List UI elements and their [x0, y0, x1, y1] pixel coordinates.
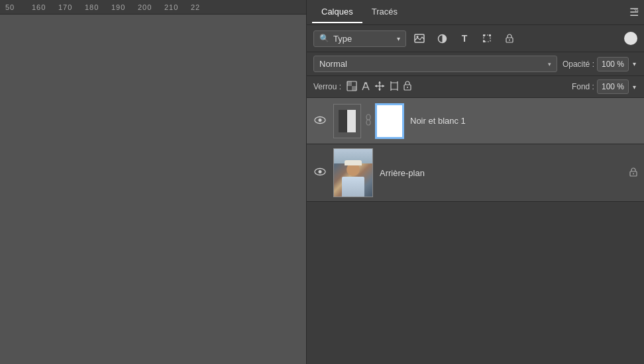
search-icon: 🔍: [319, 34, 329, 43]
photo-thumbnail-arriere-plan: [333, 148, 373, 197]
photo-person: [341, 160, 366, 197]
svg-point-28: [366, 114, 370, 120]
lock-move-icon[interactable]: [374, 81, 385, 93]
svg-rect-5: [489, 34, 491, 36]
layer-thumb-area-noir-blanc: [333, 104, 403, 138]
opacity-label: Opacité :: [563, 60, 594, 69]
adjustment-thumbnail: [333, 104, 361, 138]
layer-name-noir-blanc: Noir et blanc 1: [410, 116, 637, 126]
fond-chevron[interactable]: ▾: [631, 82, 637, 92]
fond-section: Fond : 100 % ▾: [572, 79, 637, 94]
svg-rect-6: [483, 40, 485, 42]
ruler: 50 160 170 180 190 200 210 22: [0, 0, 306, 15]
mask-thumbnail: [376, 104, 403, 138]
lock-label: Verrou :: [313, 82, 341, 91]
svg-rect-11: [352, 86, 356, 91]
filter-circle-icon[interactable]: [433, 29, 451, 48]
ruler-tick-200: 200: [138, 3, 164, 11]
filter-text-icon[interactable]: T: [455, 29, 474, 48]
tab-calques[interactable]: Calques: [312, 1, 362, 23]
ruler-tick-50: 50: [5, 3, 32, 11]
opacity-value[interactable]: 100 %: [597, 57, 629, 71]
chain-link-icon: [365, 114, 372, 128]
svg-marker-16: [378, 89, 381, 91]
lock-paint-icon[interactable]: [361, 81, 370, 93]
panel-tabs: Calques Tracés ☰: [307, 0, 644, 25]
filter-toolbar-row: 🔍 Type ▾ T: [307, 25, 644, 52]
ruler-tick-190: 190: [111, 3, 138, 11]
svg-rect-19: [391, 83, 398, 89]
adj-right-half: [347, 110, 356, 132]
adj-thumb-inner: [339, 110, 356, 132]
blend-mode-dropdown[interactable]: Normal ▾: [313, 56, 557, 72]
svg-point-8: [509, 40, 510, 41]
svg-point-33: [633, 173, 634, 174]
lock-icons: [347, 81, 411, 93]
ruler-tick-210: 210: [164, 3, 191, 11]
ruler-ticks: 50 160 170 180 190 200 210 22: [5, 3, 217, 11]
photo-image: [334, 149, 372, 197]
ruler-tick-170: 170: [58, 3, 85, 11]
ruler-tick-220: 22: [191, 3, 217, 11]
fond-value[interactable]: 100 %: [597, 79, 629, 94]
blend-mode-chevron: ▾: [548, 61, 551, 68]
layer-lock-icon-arriere-plan: [629, 167, 637, 179]
svg-point-29: [366, 120, 370, 125]
layers-panel: » Calques Tracés ☰ 🔍 Type ▾ T: [306, 0, 644, 364]
svg-point-31: [319, 170, 322, 173]
lock-all-icon[interactable]: [403, 81, 411, 93]
type-filter-chevron: ▾: [397, 35, 400, 42]
svg-point-27: [319, 118, 322, 122]
filter-image-icon[interactable]: [410, 29, 429, 48]
layer-filter-circle[interactable]: [624, 32, 637, 45]
svg-rect-0: [415, 34, 424, 42]
layer-item-noir-blanc[interactable]: Noir et blanc 1: [307, 98, 644, 144]
ruler-tick-160: 160: [32, 3, 58, 11]
adj-left-half: [339, 110, 347, 132]
tab-traces[interactable]: Tracés: [362, 1, 407, 23]
photo-hat: [345, 160, 362, 165]
filter-transform-icon[interactable]: [478, 29, 496, 48]
svg-marker-15: [378, 81, 381, 83]
layer-visibility-arriere-plan[interactable]: [313, 167, 327, 179]
svg-marker-17: [375, 85, 377, 87]
svg-rect-10: [347, 81, 352, 86]
lock-artboard-icon[interactable]: [389, 81, 400, 93]
type-filter-label: Type: [333, 34, 393, 44]
type-filter-dropdown[interactable]: 🔍 Type ▾: [313, 30, 406, 47]
ruler-tick-180: 180: [85, 3, 111, 11]
panel-collapse-button[interactable]: »: [634, 5, 639, 15]
opacity-chevron[interactable]: ▾: [631, 59, 637, 69]
filter-lock-icon[interactable]: [500, 29, 519, 48]
layer-item-arriere-plan[interactable]: Arrière-plan: [307, 144, 644, 202]
blend-mode-label: Normal: [319, 59, 544, 69]
svg-rect-4: [483, 34, 485, 36]
layer-name-arriere-plan: Arrière-plan: [380, 168, 623, 178]
svg-marker-18: [382, 85, 384, 87]
layer-visibility-noir-blanc[interactable]: [313, 115, 327, 127]
opacity-section: Opacité : 100 % ▾: [563, 57, 637, 71]
photo-shirt: [342, 177, 364, 197]
blend-opacity-row: Normal ▾ Opacité : 100 % ▾: [307, 52, 644, 76]
svg-point-25: [407, 87, 408, 88]
layers-list: Noir et blanc 1: [307, 98, 644, 364]
fond-label: Fond :: [572, 82, 594, 91]
canvas-area: 50 160 170 180 190 200 210 22: [0, 0, 306, 364]
lock-checker-icon[interactable]: [347, 81, 357, 93]
lock-row: Verrou :: [307, 76, 644, 98]
